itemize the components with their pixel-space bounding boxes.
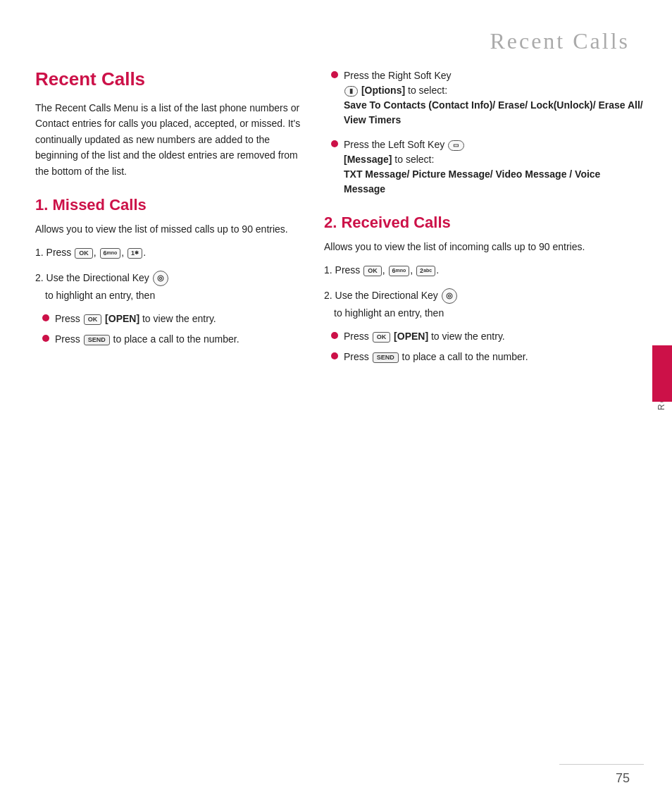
bullet-dot-options — [331, 71, 338, 78]
ok-key-icon-2: OK — [84, 314, 102, 325]
received-calls-title: 2. Received Calls — [324, 214, 644, 232]
bullet-dot-2 — [42, 335, 49, 342]
bullet-dot-4 — [331, 352, 338, 359]
received-bullet-send: Press SEND to place a call to the number… — [331, 350, 644, 364]
six-key-icon: 6mno — [100, 248, 121, 259]
missed-calls-desc: Allows you to view the list of missed ca… — [35, 221, 303, 237]
received-bullet-open: Press OK [OPEN] to view the entry. — [331, 329, 644, 344]
content-area: Recent Calls The Recent Calls Menu is a … — [0, 68, 672, 370]
left-column: Recent Calls The Recent Calls Menu is a … — [35, 68, 303, 370]
right-bullet-options: Press the Right Soft Key ▮ [Options] to … — [331, 68, 644, 128]
two-key-icon: 2abc — [416, 266, 435, 276]
missed-bullet-open: Press OK [OPEN] to view the entry. — [42, 312, 303, 326]
missed-bullet-send: Press SEND to place a call to the number… — [42, 332, 303, 347]
received-calls-desc: Allows you to view the list of incoming … — [324, 239, 644, 254]
missed-step2-sub: to highlight an entry, then — [45, 287, 303, 304]
directional-key-icon: ◎ — [153, 271, 168, 286]
missed-bullet-open-text: Press OK [OPEN] to view the entry. — [55, 312, 303, 326]
received-open-text: Press OK [OPEN] to view the entry. — [344, 329, 644, 344]
page-divider — [559, 764, 644, 765]
received-step2-sub: to highlight an entry, then — [334, 304, 644, 322]
ok-key-icon-4: OK — [373, 332, 391, 343]
received-send-text: Press SEND to place a call to the number… — [344, 350, 644, 364]
bullet-dot-3 — [331, 332, 338, 339]
received-step1: 1. Press OK, 6mno, 2abc. — [324, 261, 644, 279]
options-bullet-text: Press the Right Soft Key ▮ [Options] to … — [344, 68, 644, 128]
right-soft-key-icon: ▮ — [344, 86, 358, 97]
right-column: Press the Right Soft Key ▮ [Options] to … — [324, 68, 644, 370]
sidebar-tab-bar — [652, 345, 672, 402]
ok-key-icon-3: OK — [363, 266, 382, 276]
missed-bullets: Press OK [OPEN] to view the entry. Press… — [42, 312, 303, 347]
one-key-icon: 1✱ — [127, 248, 142, 259]
page-number: 75 — [616, 771, 630, 786]
intro-paragraph: The Recent Calls Menu is a list of the l… — [35, 100, 303, 179]
page-title: Recent Calls — [0, 0, 672, 68]
missed-step1: 1. Press OK, 6mno, 1✱. — [35, 244, 303, 261]
right-bullets-top: Press the Right Soft Key ▮ [Options] to … — [331, 68, 644, 197]
send-key-icon-2: SEND — [373, 352, 399, 363]
message-bullet-text: Press the Left Soft Key ▭ [Message] to s… — [344, 137, 644, 197]
missed-calls-title: 1. Missed Calls — [35, 196, 303, 214]
received-calls-section: 2. Received Calls Allows you to view the… — [324, 214, 644, 364]
main-section-title: Recent Calls — [35, 68, 303, 90]
missed-step2: 2. Use the Directional Key ◎ — [35, 269, 303, 287]
send-key-icon: SEND — [84, 335, 110, 345]
left-soft-key-icon: ▭ — [448, 140, 464, 151]
six-key-icon-2: 6mno — [389, 266, 410, 276]
ok-key-icon: OK — [75, 248, 93, 259]
right-bullet-message: Press the Left Soft Key ▭ [Message] to s… — [331, 137, 644, 197]
missed-bullet-send-text: Press SEND to place a call to the number… — [55, 332, 303, 347]
missed-calls-section: 1. Missed Calls Allows you to view the l… — [35, 196, 303, 347]
directional-key-icon-2: ◎ — [442, 288, 457, 304]
bullet-dot-message — [331, 140, 338, 147]
received-step2: 2. Use the Directional Key ◎ — [324, 287, 644, 304]
bullet-dot-1 — [42, 314, 49, 321]
received-bullets: Press OK [OPEN] to view the entry. Press… — [331, 329, 644, 364]
